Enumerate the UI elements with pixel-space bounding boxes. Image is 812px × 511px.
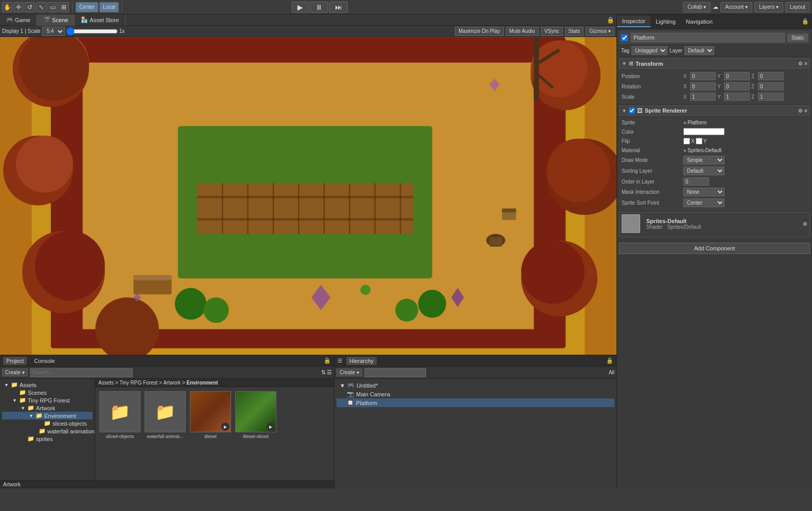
tree-environment[interactable]: ▼ 📁 Environment xyxy=(2,412,93,419)
tab-game[interactable]: 🎮 Game xyxy=(0,14,37,26)
hier-search-input[interactable] xyxy=(364,368,426,377)
tree-artwork[interactable]: ▼ 📁 Artwork xyxy=(2,404,93,412)
tree-tiny-rpg[interactable]: ▼ 📁 Tiny RPG Forest xyxy=(2,396,93,404)
object-active-checkbox[interactable] xyxy=(621,34,628,41)
transform-header: ▼ ⊞ Transform ⚙ ≡ xyxy=(619,58,810,69)
asset-store-icon: 🏪 xyxy=(81,16,88,23)
tag-layer-row: Tag Untagged Layer Default xyxy=(619,45,810,57)
create-btn[interactable]: Create ▾ xyxy=(2,369,28,376)
tree-waterfall[interactable]: 📁 waterfall animation xyxy=(2,427,93,435)
draw-mode-row: Draw Mode Simple xyxy=(622,155,807,166)
hier-main-camera[interactable]: 📷 Main Camera xyxy=(337,390,614,398)
asset-sliced-objects[interactable]: 📁 sliced-objects xyxy=(99,391,140,439)
color-label: Color xyxy=(622,129,683,135)
pos-x[interactable] xyxy=(690,72,716,80)
tag-select[interactable]: Untagged xyxy=(631,46,667,55)
scale-tool[interactable]: ⤡ xyxy=(36,2,46,12)
custom-tool[interactable]: ⊞ xyxy=(59,2,69,12)
tab-asset-store[interactable]: 🏪 Asset Store xyxy=(75,14,126,26)
maximize-btn[interactable]: Maximize On Play xyxy=(455,27,504,36)
asset-tileset[interactable]: ▶ tileset xyxy=(190,391,231,439)
move-tool[interactable]: ✛ xyxy=(13,2,24,12)
inspector-tab[interactable]: Inspector xyxy=(617,16,650,27)
sprite-renderer-checkbox[interactable] xyxy=(629,107,635,114)
tree-waterfall-icon: 📁 xyxy=(39,428,46,434)
tree-sprites[interactable]: 📁 sprites xyxy=(2,435,93,443)
hier-create-btn[interactable]: Create ▾ xyxy=(337,369,362,376)
transform-collapse[interactable]: ▼ xyxy=(622,61,627,66)
pause-btn[interactable]: ⏸ xyxy=(310,2,328,13)
play-btn[interactable]: ▶ xyxy=(292,2,309,13)
breadcrumb-artwork[interactable]: Artwork xyxy=(163,380,181,386)
sprite-renderer-collapse[interactable]: ▼ xyxy=(622,108,627,114)
order-in-layer-value xyxy=(683,177,807,186)
rect-tool[interactable]: ▭ xyxy=(47,2,58,12)
draw-mode-select[interactable]: Simple xyxy=(683,156,725,165)
tree-sliced-objects[interactable]: 📁 sliced-objects xyxy=(2,419,93,427)
material-value-text: Sprites-Default xyxy=(687,148,721,153)
tab-project[interactable]: Project xyxy=(3,357,27,365)
navigation-tab[interactable]: Navigation xyxy=(681,16,718,27)
transform-more-icon: ≡ xyxy=(804,61,807,66)
pos-y[interactable] xyxy=(724,72,750,80)
sorting-layer-select[interactable]: Default xyxy=(683,167,725,175)
rot-x[interactable] xyxy=(690,82,716,90)
hand-tool[interactable]: ✋ xyxy=(2,2,12,12)
gizmos-btn[interactable]: Gizmos ▾ xyxy=(586,27,614,36)
step-btn[interactable]: ⏭ xyxy=(329,2,348,13)
mask-interaction-select[interactable]: None xyxy=(683,188,725,196)
pos-z[interactable] xyxy=(758,72,784,80)
search-input[interactable] xyxy=(30,368,133,377)
scale-x[interactable] xyxy=(690,93,716,101)
sprite-renderer-header: ▼ 🖼 Sprite Renderer ⚙ ≡ xyxy=(619,105,810,116)
layout-btn[interactable]: Layout xyxy=(785,2,810,12)
sprite-renderer-title: Sprite Renderer xyxy=(645,107,687,114)
order-input[interactable] xyxy=(683,177,709,186)
center-btn[interactable]: Center xyxy=(76,2,98,12)
color-picker[interactable] xyxy=(683,128,725,135)
account-btn[interactable]: Account ▾ xyxy=(720,2,752,12)
shader-label: Shader xyxy=(646,224,663,230)
add-component-btn[interactable]: Add Component xyxy=(619,243,810,254)
scale-slider[interactable] xyxy=(66,27,118,35)
hier-scene-root[interactable]: ▼ 🎮 Untitled* xyxy=(337,381,614,390)
scale-y[interactable] xyxy=(724,93,750,101)
project-status-bar: Artwork xyxy=(0,480,334,488)
hier-platform[interactable]: 🔲 Platform xyxy=(337,398,614,407)
flip-y-checkbox[interactable] xyxy=(696,138,702,144)
scale-z[interactable] xyxy=(758,93,784,101)
tag-label: Tag xyxy=(621,48,629,53)
breadcrumb-assets[interactable]: Assets xyxy=(98,380,114,386)
rot-z[interactable] xyxy=(758,82,784,90)
main-layout: 🎮 Game 🎬 Scene 🏪 Asset Store 🔒 Display 1… xyxy=(0,14,812,488)
breadcrumb-environment[interactable]: Environment xyxy=(187,380,218,386)
vsync-btn[interactable]: VSync xyxy=(541,27,563,36)
tree-scenes[interactable]: 📁 Scenes xyxy=(2,389,93,396)
flip-x-checkbox[interactable] xyxy=(683,138,690,144)
breadcrumb-tiny-rpg[interactable]: Tiny RPG Forest xyxy=(119,380,157,386)
asset-waterfall[interactable]: 📁 waterfall animat... xyxy=(145,391,186,439)
rot-y[interactable] xyxy=(724,82,750,90)
svg-point-39 xyxy=(395,299,418,321)
layer-select[interactable]: Default xyxy=(684,46,714,55)
asset-tileset-sliced[interactable]: ▶ tileset-sliced xyxy=(235,391,276,439)
tab-hierarchy[interactable]: Hierarchy xyxy=(346,357,377,365)
flip-x-label: X xyxy=(691,138,695,144)
lighting-tab[interactable]: Lighting xyxy=(650,16,681,27)
stats-btn[interactable]: Stats xyxy=(565,27,584,36)
object-name-input[interactable] xyxy=(631,33,785,42)
local-btn[interactable]: Local xyxy=(99,2,119,12)
layers-btn[interactable]: Layers ▾ xyxy=(754,2,783,12)
hierarchy-panel: ☰ Hierarchy 🔒 Create ▾ All ▼ 🎮 xyxy=(334,355,616,488)
scene-view[interactable] xyxy=(0,37,616,355)
sprite-sort-point-select[interactable]: Center xyxy=(683,198,725,207)
scale-select[interactable]: 5:4 xyxy=(42,27,65,36)
asset-tree: ▼ 📁 Assets 📁 Scenes ▼ 📁 Tiny RPG xyxy=(0,379,95,480)
rotate-tool[interactable]: ↺ xyxy=(25,2,35,12)
sorting-layer-label: Sorting Layer xyxy=(622,168,683,174)
mute-btn[interactable]: Mute Audio xyxy=(506,27,539,36)
tree-assets[interactable]: ▼ 📁 Assets xyxy=(2,381,93,389)
tab-console[interactable]: Console xyxy=(31,357,58,365)
collab-btn[interactable]: Collab ▾ xyxy=(683,2,711,12)
tab-scene[interactable]: 🎬 Scene xyxy=(37,14,75,26)
